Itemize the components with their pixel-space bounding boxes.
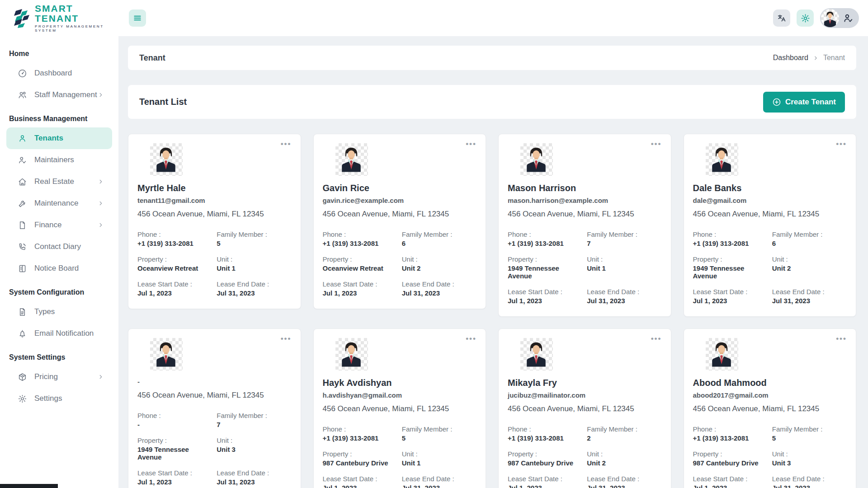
settings-quick-button[interactable] [797, 9, 814, 27]
tenant-name: Gavin Rice [323, 183, 477, 193]
unit-label: Unit : [217, 436, 291, 444]
profile-menu-button[interactable] [820, 8, 859, 28]
sidebar-item-settings[interactable]: Settings [6, 388, 112, 409]
tenant-card-1: ••• Gavin Rice gavin.rice@example.com 45… [313, 134, 486, 309]
family-member-value: 5 [402, 434, 476, 442]
tenant-lease-end-field: Lease End Date : Jul 31, 2023 [587, 475, 661, 488]
lease-end-value: Jul 31, 2023 [402, 484, 476, 488]
sidebar-section-items: Tenants Maintainers Real Estate Maintena… [0, 127, 118, 279]
card-options-button[interactable]: ••• [463, 332, 479, 346]
lease-end-value: Jul 31, 2023 [772, 297, 847, 305]
property-label: Property : [508, 255, 582, 263]
lease-start-value: Jul 1, 2023 [693, 484, 768, 488]
card-options-button[interactable]: ••• [833, 137, 849, 151]
tenant-address: 456 Ocean Avenue, Miami, FL 12345 [323, 210, 477, 219]
tenant-unit-field: Unit : Unit 1 [402, 450, 476, 467]
list-header-bar: Tenant List Create Tenant [128, 85, 856, 119]
tenant-details: Phone : +1 (319) 313-2081 Family Member … [693, 425, 847, 488]
tenant-name: Myrtle Hale [137, 183, 292, 193]
tenant-name: Mason Harrison [508, 183, 662, 193]
tenant-address: 456 Ocean Avenue, Miami, FL 12345 [137, 210, 292, 219]
sidebar-item-label: Dashboard [34, 69, 72, 78]
sidebar-section-title: Business Management [0, 106, 118, 127]
bell-icon [17, 328, 27, 338]
card-options-button[interactable]: ••• [648, 137, 665, 151]
lease-start-label: Lease Start Date : [137, 469, 212, 477]
lease-end-label: Lease End Date : [402, 475, 476, 483]
sidebar-item-contact-diary[interactable]: Contact Diary [6, 236, 112, 258]
tenant-lease-end-field: Lease End Date : Jul 31, 2023 [402, 475, 476, 488]
document-icon [17, 307, 27, 317]
phone-value: +1 (319) 313-2081 [323, 434, 397, 442]
property-value: 987 Cantebury Drive [323, 459, 397, 467]
tenant-details: Phone : +1 (319) 313-2081 Family Member … [323, 230, 477, 297]
tenant-unit-field: Unit : Unit 3 [217, 436, 291, 461]
sidebar-item-email-notification[interactable]: Email Notification [6, 323, 112, 344]
sidebar-item-maintainers[interactable]: Maintainers [6, 149, 112, 171]
person-check-icon [17, 155, 27, 165]
sidebar-section-items: Pricing Settings [0, 366, 118, 409]
tenant-name: Mikayla Fry [508, 378, 662, 388]
card-options-button[interactable]: ••• [833, 332, 849, 346]
property-label: Property : [508, 450, 582, 458]
card-options-button[interactable]: ••• [278, 137, 294, 151]
sidebar-section-title: Home [0, 41, 118, 62]
property-value: 987 Cantebury Drive [693, 459, 768, 467]
breadcrumb-dashboard-link[interactable]: Dashboard [773, 54, 808, 62]
family-member-value: 7 [217, 421, 291, 428]
tenant-card-3: ••• Dale Banks dale@gmail.com 456 Ocean … [684, 134, 857, 317]
card-options-button[interactable]: ••• [278, 332, 294, 346]
settings-icon [17, 394, 27, 404]
chevron-right-icon [98, 222, 104, 228]
card-options-button[interactable]: ••• [463, 137, 479, 151]
property-label: Property : [323, 255, 397, 263]
sidebar-item-label: Email Notification [34, 329, 94, 338]
tenant-card-5: ••• Hayk Avdishyan h.avdishyan@gmail.com… [313, 328, 486, 488]
lease-end-label: Lease End Date : [217, 280, 291, 288]
main-content: Tenant Dashboard Tenant Tenant List Crea… [118, 36, 868, 488]
family-member-value: 7 [587, 239, 661, 247]
sidebar-item-finance[interactable]: Finance [6, 214, 112, 236]
create-tenant-button[interactable]: Create Tenant [763, 92, 845, 113]
card-options-button[interactable]: ••• [648, 332, 665, 346]
tenant-phone-field: Phone : +1 (319) 313-2081 [137, 230, 212, 247]
sidebar-item-pricing[interactable]: Pricing [6, 366, 112, 388]
sidebar-item-real-estate[interactable]: Real Estate [6, 171, 112, 192]
lease-end-label: Lease End Date : [587, 475, 661, 483]
tenant-avatar [706, 338, 738, 371]
tenant-property-field: Property : 987 Cantebury Drive [323, 450, 397, 467]
property-value: Oceanview Retreat [137, 264, 212, 272]
phone-label: Phone : [508, 230, 582, 238]
tenant-lease-start-field: Lease Start Date : Jul 1, 2023 [323, 280, 397, 297]
tenant-email: jucibuz@mailinator.com [508, 391, 662, 399]
family-member-label: Family Member : [217, 412, 291, 419]
tenant-family-field: Family Member : 7 [587, 230, 661, 247]
lease-end-value: Jul 31, 2023 [587, 297, 661, 305]
tenant-property-field: Property : 1949 Tennessee Avenue [137, 436, 212, 461]
family-member-label: Family Member : [402, 425, 476, 433]
home-icon [17, 177, 27, 187]
language-button[interactable] [773, 9, 790, 27]
tenant-lease-start-field: Lease Start Date : Jul 1, 2023 [137, 280, 212, 297]
sidebar-item-staff-management[interactable]: Staff Management [6, 84, 112, 106]
phone-label: Phone : [137, 412, 212, 419]
sidebar-item-types[interactable]: Types [6, 301, 112, 323]
chevron-right-icon [98, 374, 104, 380]
tenant-avatar [706, 143, 738, 176]
sidebar-item-maintenance[interactable]: Maintenance [6, 192, 112, 214]
file-icon [17, 220, 27, 230]
sidebar-item-label: Maintenance [34, 199, 78, 208]
dashboard-icon [17, 68, 27, 78]
sidebar-item-dashboard[interactable]: Dashboard [6, 62, 112, 84]
unit-value: Unit 3 [217, 446, 291, 453]
family-member-label: Family Member : [772, 230, 847, 238]
tenant-address: 456 Ocean Avenue, Miami, FL 12345 [137, 391, 292, 400]
sidebar-item-notice-board[interactable]: Notice Board [6, 258, 112, 279]
tenant-email: abood2017@gmail.com [693, 391, 847, 399]
sidebar-item-label: Staff Management [34, 90, 97, 99]
property-label: Property : [323, 450, 397, 458]
sidebar-item-tenants[interactable]: Tenants [6, 127, 112, 149]
sidebar-toggle-button[interactable] [129, 9, 146, 27]
property-value: 1949 Tennessee Avenue [508, 264, 582, 280]
lease-end-value: Jul 31, 2023 [402, 289, 476, 297]
